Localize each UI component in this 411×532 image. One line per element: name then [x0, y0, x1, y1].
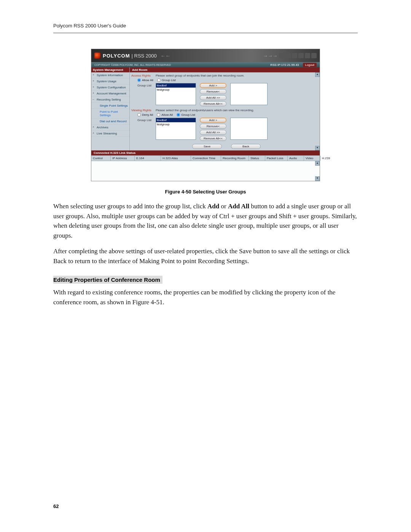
- add-button[interactable]: Add >: [200, 83, 226, 88]
- remove-all-button[interactable]: Remove All<<: [200, 136, 226, 141]
- banner-icon-3[interactable]: [292, 53, 297, 58]
- access-group-row: Group List tbxdbxf testgroup Add > Remov…: [131, 83, 318, 106]
- status-title: Connected H.323 Link Status: [91, 150, 320, 155]
- col-status[interactable]: Status: [249, 156, 265, 161]
- banner-icon-4[interactable]: [298, 53, 304, 58]
- banner-icon-2[interactable]: [285, 53, 291, 58]
- expand-icon[interactable]: +: [92, 91, 94, 95]
- sidebar-sub-point-to-point[interactable]: Point to Point Settings: [91, 109, 129, 118]
- sidebar-item-label: System Configuration: [97, 86, 126, 89]
- list-item[interactable]: testgroup: [156, 88, 196, 92]
- radio-icon[interactable]: [137, 113, 141, 117]
- remove-button[interactable]: Remove<: [200, 89, 226, 94]
- text: When selecting user groups to add into t…: [53, 203, 207, 210]
- sidebar-item-recording-setting[interactable]: – Recording Setting: [91, 97, 129, 103]
- viewing-group-list-radio[interactable]: Group List: [177, 113, 195, 117]
- sidebar-item-system-information[interactable]: + System Information: [91, 72, 129, 78]
- body-paragraph-2: After completing the above settings of u…: [53, 246, 358, 266]
- list-item[interactable]: tbxdbxf: [156, 118, 196, 122]
- sidebar-item-live-streaming[interactable]: + Live Streaming: [91, 131, 129, 137]
- save-button[interactable]: Save: [192, 144, 222, 149]
- content-title: Add Room: [130, 67, 320, 72]
- access-group-list-radio[interactable]: Group List: [157, 78, 176, 82]
- scroll-up-icon[interactable]: ▲: [315, 161, 320, 166]
- viewing-allow-all-radio[interactable]: Allow All: [157, 113, 173, 117]
- nav-back-icon[interactable]: ← ←: [161, 53, 170, 59]
- access-buttons: Add > Remove< Add All >> Remove All<<: [200, 83, 226, 106]
- sidebar-item-archives[interactable]: + Archives: [91, 125, 129, 131]
- col-h239[interactable]: H.239: [320, 156, 331, 161]
- rss-ip-text: RSS IP:172.21.99.43: [270, 63, 299, 67]
- page-number: 62: [53, 503, 59, 509]
- sidebar-sub-dial-out-record[interactable]: Dial out and Record: [91, 118, 129, 125]
- banner-icon-6[interactable]: [311, 53, 317, 58]
- list-item[interactable]: tbxdbxf: [156, 83, 196, 88]
- col-e164[interactable]: E.164: [135, 156, 161, 161]
- sidebar-item-account-management[interactable]: + Account Management: [91, 91, 129, 97]
- radio-icon[interactable]: [137, 78, 141, 82]
- content-pane: Add Room ▲ ▼ Access Rights Please select…: [130, 67, 320, 150]
- group-list-label: Group List: [137, 83, 153, 87]
- scroll-down-icon[interactable]: ▼: [315, 176, 320, 181]
- access-allow-all-radio[interactable]: Allow All: [137, 78, 153, 82]
- section-subhead: Editing Properties of Conference Room: [53, 276, 162, 284]
- col-packet-loss[interactable]: Packet Loss: [265, 156, 288, 161]
- remove-button[interactable]: Remove<: [200, 124, 226, 129]
- access-rights-radios: Allow All Group List: [131, 78, 318, 82]
- expand-icon[interactable]: +: [92, 73, 94, 77]
- sidebar-sub-single-point[interactable]: Single Point Settings: [91, 103, 129, 109]
- sidebar-item-label: System Information: [97, 73, 123, 77]
- sidebar-item-system-configuration[interactable]: + System Configuration: [91, 85, 129, 91]
- add-all-button[interactable]: Add All >>: [200, 95, 226, 100]
- banner-icon-1[interactable]: [279, 53, 284, 58]
- app-banner: POLYCOM | RSS 2000 ← ← → → →: [91, 49, 320, 62]
- expand-icon[interactable]: +: [92, 125, 94, 129]
- radio-icon[interactable]: [177, 113, 180, 117]
- expand-icon[interactable]: +: [92, 79, 94, 83]
- col-ip-address[interactable]: IP Address: [111, 156, 135, 161]
- col-audio[interactable]: Audio: [288, 156, 304, 161]
- access-dest-listbox[interactable]: [230, 83, 268, 105]
- banner-icon-5[interactable]: [305, 53, 310, 58]
- polycom-logo-icon: [94, 53, 100, 59]
- remove-all-button[interactable]: Remove All<<: [200, 101, 226, 106]
- col-control[interactable]: Control: [91, 156, 111, 161]
- expand-icon[interactable]: +: [92, 131, 94, 135]
- viewing-dest-listbox[interactable]: [230, 118, 268, 140]
- sidebar-item-label: System Usage: [97, 80, 116, 83]
- access-source-listbox[interactable]: tbxdbxf testgroup: [156, 83, 196, 105]
- logout-button[interactable]: Logout: [303, 63, 317, 67]
- viewing-group-row: Group List tbxdbxf testgroup Add > Remov…: [131, 118, 318, 141]
- viewing-source-listbox[interactable]: tbxdbxf testgroup: [156, 118, 196, 140]
- access-rights-desc: Please select group of endpoints that ca…: [156, 74, 244, 77]
- col-connection-time[interactable]: Connection Time: [191, 156, 221, 161]
- sidebar-item-label: Archives: [97, 126, 108, 129]
- scroll-down-icon[interactable]: ▼: [315, 146, 320, 150]
- list-item[interactable]: testgroup: [156, 122, 196, 126]
- col-video[interactable]: Video: [304, 156, 320, 161]
- viewing-rights-header: Viewing Rights Please select the group o…: [131, 109, 318, 112]
- sidebar-item-label: Live Streaming: [97, 132, 117, 135]
- add-button[interactable]: Add >: [200, 118, 226, 123]
- collapse-icon[interactable]: –: [92, 97, 94, 101]
- viewing-rights-desc: Please select the group of endpoints/use…: [156, 109, 254, 112]
- radio-label: Group List: [162, 78, 176, 82]
- radio-icon[interactable]: [157, 78, 161, 82]
- body-paragraph-3: With regard to existing conference rooms…: [53, 288, 358, 307]
- radio-label: Allow All: [142, 78, 153, 82]
- bold-add-all: Add All: [228, 203, 249, 210]
- viewing-deny-all-radio[interactable]: Deny All: [137, 113, 153, 117]
- col-recording-room[interactable]: Recording Room: [221, 156, 249, 161]
- back-button[interactable]: Back: [231, 144, 261, 149]
- sidebar-item-system-usage[interactable]: + System Usage: [91, 78, 129, 85]
- viewing-rights-radios: Deny All Allow All Group List: [131, 113, 318, 117]
- doc-header: Polycom RSS 2000 User's Guide: [53, 23, 358, 34]
- add-all-button[interactable]: Add All >>: [200, 130, 226, 135]
- radio-icon[interactable]: [157, 113, 160, 117]
- expand-icon[interactable]: +: [92, 85, 94, 89]
- viewing-rights-label: Viewing Rights: [131, 109, 153, 112]
- nav-forward-icon[interactable]: → → →: [263, 53, 277, 59]
- col-h323-alias[interactable]: H.323 Alias: [161, 156, 191, 161]
- scroll-up-icon[interactable]: ▲: [315, 72, 320, 77]
- text: or: [219, 203, 228, 210]
